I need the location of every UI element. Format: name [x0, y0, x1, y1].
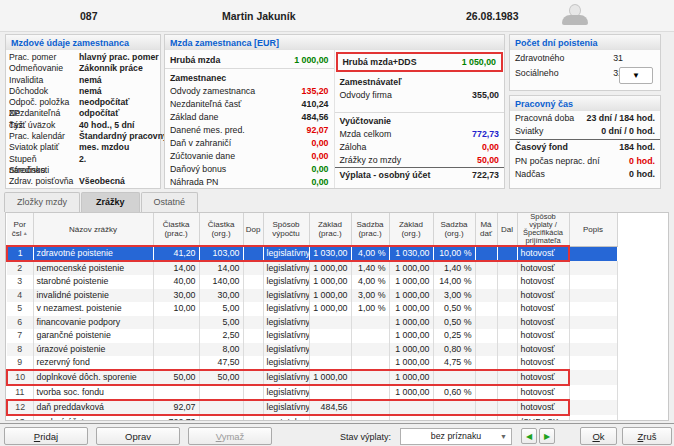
footer-bar: Pridaj Oprav Vymaž Stav výplaty: bez prí…: [0, 423, 674, 446]
field-row: Výplata - osobný účet722,73: [335, 167, 505, 181]
column-header-ciastka-prac-[interactable]: Čiastka (prac.): [153, 213, 199, 246]
column-header-dal[interactable]: Dal: [497, 213, 517, 246]
table-cell: [497, 370, 517, 385]
previous-record-button[interactable]: ◀: [521, 428, 537, 444]
column-header-sposob-vypoctu[interactable]: Spôsob výpočtu: [263, 213, 309, 246]
table-row[interactable]: 12daň preddavková92,07legislatívny484,56…: [7, 400, 617, 415]
table-cell: 92,07: [153, 400, 199, 415]
field-row: Prac. pomerhlavný prac. pomer: [6, 52, 160, 63]
table-row[interactable]: 6financovanie podpory5,00legislatívny1 0…: [7, 316, 617, 330]
table-cell: [569, 289, 617, 303]
avatar-icon: [558, 4, 592, 29]
table-cell: [351, 370, 389, 385]
field-value: 2.: [79, 154, 157, 165]
column-header-sposob-vyplaty-specifikacia-prijimatela[interactable]: Spôsob výplaty / Špecifikácia prijímateľ…: [517, 213, 569, 246]
payout-status-select[interactable]: bez príznaku ▼: [400, 428, 512, 445]
table-cell: 0,80 %: [433, 343, 475, 357]
field-value: 0,00: [311, 164, 328, 174]
table-row[interactable]: 7garančné poistenie2,50legislatívny1 000…: [7, 329, 617, 343]
edit-button[interactable]: Oprav: [96, 427, 180, 445]
field-row: Sviatok platiťmes. mzdou: [6, 142, 160, 153]
field-row: Základ dane484,56: [165, 110, 334, 123]
table-cell: 10: [7, 370, 33, 385]
table-cell: [243, 275, 263, 289]
table-cell: rezervný fond: [33, 356, 153, 370]
field-row: Mzda celkom772,73: [335, 127, 505, 140]
table-cell: 50,00: [153, 370, 199, 385]
table-cell: [569, 275, 617, 289]
panel-title-insurance-days: Počet dní poistenia: [510, 35, 660, 50]
table-cell: [569, 356, 617, 370]
table-cell: [243, 289, 263, 303]
group-label-settlement: Vyúčtovanie: [335, 112, 505, 127]
payout-status-label: Stav výplaty:: [340, 432, 391, 442]
table-cell: 30,00: [199, 289, 243, 303]
table-row[interactable]: 1zdravotné poistenie41,20103,00legislatí…: [7, 246, 617, 261]
table-cell: 0,50 %: [433, 302, 475, 316]
table-row[interactable]: 10doplnkové dôch. sporenie50,0050,00legi…: [7, 370, 617, 385]
column-header-dop[interactable]: Dop: [243, 213, 263, 246]
table-cell: 4,00 %: [351, 246, 389, 261]
column-header-popis[interactable]: Popis: [569, 213, 617, 246]
table-cell: 1 000,00: [389, 356, 433, 370]
table-cell: [309, 356, 351, 370]
table-cell: 1 000,00: [389, 370, 433, 385]
table-header-row: Por čsl ▲Názov zrážkyČiastka (prac.)Čias…: [7, 213, 617, 246]
table-cell: 1 000,00: [389, 385, 433, 400]
cancel-button[interactable]: Zruš: [622, 427, 672, 445]
table-cell: hotovosť: [517, 343, 569, 357]
column-header-ma-dat[interactable]: Má dať: [475, 213, 497, 246]
field-value: 355,00: [472, 90, 499, 100]
column-header-nazov-zrazky[interactable]: Názov zrážky: [33, 213, 153, 246]
field-row: Daň v zahraničí0,00: [165, 136, 334, 149]
panel-work-time: Pracovný čas Pracovná doba23 dní / 184 h…: [509, 95, 661, 189]
table-row[interactable]: 9rezervný fond47,50legislatívny1 000,004…: [7, 356, 617, 370]
column-header-sadzba-prac-[interactable]: Sadzba (prac.): [351, 213, 389, 246]
table-row[interactable]: 3starobné poistenie40,00140,00legislatív…: [7, 275, 617, 289]
field-value: 0,00: [311, 138, 328, 148]
tab-zlozky-mzdy[interactable]: Zložky mzdy: [4, 192, 80, 212]
column-header-sadzba-org-[interactable]: Sadzba (org.): [433, 213, 475, 246]
employee-wage-data-list: Prac. pomerhlavný prac. pomerOdmeňovanie…: [6, 50, 160, 188]
ok-button[interactable]: Ok: [580, 427, 617, 445]
table-cell: [243, 400, 263, 415]
field-value: Zákonník práce: [79, 63, 157, 74]
table-cell: [351, 316, 389, 330]
next-record-button[interactable]: ▶: [539, 428, 555, 444]
field-label: Sviatok platiť: [9, 142, 79, 153]
field-label: Časový fond: [515, 142, 619, 152]
insurance-days-dropdown-button[interactable]: ▼: [619, 67, 653, 84]
group-label-employer: Zamestnávateľ: [335, 75, 505, 88]
table-cell: [569, 316, 617, 330]
table-cell: hotovosť: [517, 356, 569, 370]
table-row[interactable]: 8úrazové poistenie8,00legislatívny1 000,…: [7, 343, 617, 357]
field-label: Prac. pomer: [9, 52, 79, 63]
table-cell: 4: [7, 289, 33, 303]
table-cell: [243, 356, 263, 370]
table-row[interactable]: 11tvorba soc. fondulegislatívny1 000,000…: [7, 385, 617, 400]
column-header-zaklad-prac-[interactable]: Základ (prac.): [309, 213, 351, 246]
table-row[interactable]: 13osobný účet722,73zostatok/SUBASK...: [7, 415, 617, 421]
field-value: 31: [597, 53, 623, 63]
table-cell: 1 000,00: [309, 275, 351, 289]
table-cell: 0,60 %: [433, 385, 475, 400]
table-cell: [497, 289, 517, 303]
column-header-zaklad-org-[interactable]: Základ (org.): [389, 213, 433, 246]
table-cell: daň preddavková: [33, 400, 153, 415]
table-row[interactable]: 4invalidné poistenie30,0030,00legislatív…: [7, 289, 617, 303]
employee-number: 087: [80, 10, 98, 22]
add-button[interactable]: Pridaj: [4, 427, 88, 445]
table-cell: [569, 343, 617, 357]
tab-zrazky[interactable]: Zrážky: [81, 192, 140, 212]
table-row[interactable]: 5v nezamest. poistenie10,005,00legislatí…: [7, 302, 617, 316]
column-header-por-csl[interactable]: Por čsl ▲: [7, 213, 33, 246]
table-cell: [475, 261, 497, 275]
table-row[interactable]: 2nemocenské poistenie14,0014,00legislatí…: [7, 261, 617, 275]
employee-name: Martin Jakuník: [222, 10, 296, 22]
delete-button[interactable]: Vymaž: [188, 427, 272, 445]
table-cell: [497, 356, 517, 370]
column-header-ciastka-org-[interactable]: Čiastka (org.): [199, 213, 243, 246]
table-cell: [351, 415, 389, 421]
tab-ostatne[interactable]: Ostatné: [141, 192, 199, 212]
field-row: Náhrada PN0,00: [165, 175, 334, 188]
